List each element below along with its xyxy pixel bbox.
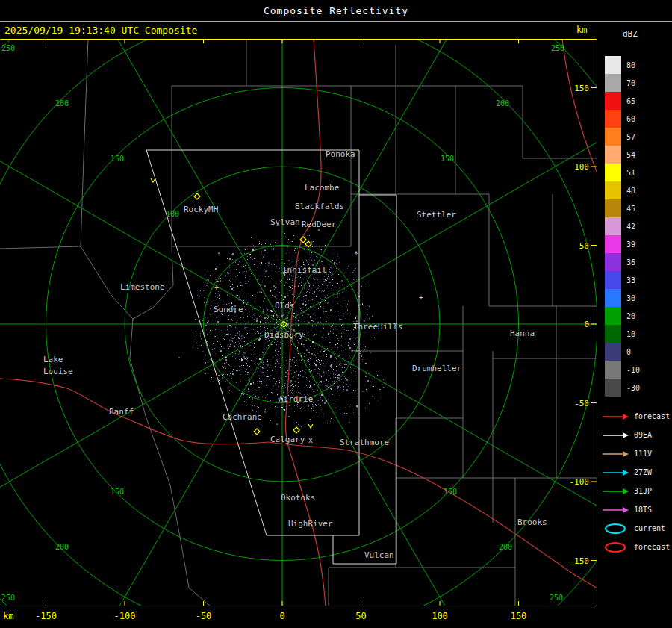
city-labels: PonokaLacombeBlackfaldsSylvanRedDeerRock… [43, 149, 547, 560]
x-axis-tick-label: -100 [114, 611, 136, 621]
city-label: Calgary [270, 435, 305, 444]
legend-item-label: 18TS [634, 506, 652, 514]
ring-distance-label: 150 [444, 488, 457, 496]
timestamp-label: 2025/09/19 19:13:40 UTC Composite [4, 25, 197, 36]
map-point-symbol: . [217, 247, 221, 255]
radar-map-display[interactable]: 250200150100250200150150200250150200250P… [0, 39, 597, 606]
x-axis: km -150-100-50050100150 [0, 606, 597, 628]
legend-item-label: forecast [634, 543, 670, 551]
colorbar-entry: -30 [605, 379, 640, 397]
city-label: Limestone [120, 282, 165, 292]
city-label: ThreeHills [353, 322, 402, 332]
colorbar-value-label: 42 [626, 223, 635, 231]
legend-arrow-icon [602, 485, 630, 497]
x-axis-tick-label: 100 [432, 611, 448, 621]
overlay-legend: forecast09EA111V27ZW31JP18TScurrentforec… [602, 407, 670, 556]
city-label: Sylvan [270, 217, 300, 227]
map-point-symbol: + [419, 293, 423, 302]
site-diamond-marker [194, 193, 200, 199]
colorbar-value-label: 33 [626, 276, 635, 285]
colorbar-entry: 33 [605, 271, 640, 289]
city-label: Innisfail [282, 265, 327, 275]
window-title: Composite_Reflectivity [264, 5, 408, 16]
colorbar-entry: 30 [605, 289, 640, 307]
colorbar-value-label: 80 [626, 61, 635, 69]
colorbar-swatch [605, 289, 621, 307]
legend-item: forecast [602, 538, 670, 556]
city-label: Cochrane [223, 412, 262, 422]
y-axis-tick-label: -150 [570, 556, 590, 566]
city-label: Blackfalds [295, 202, 344, 211]
site-arrow-marker [308, 424, 313, 428]
colorbar-value-label: 30 [626, 294, 635, 302]
colorbar-entry: 42 [605, 217, 640, 235]
colorbar-swatch [605, 128, 621, 146]
colorbar-entry: 45 [605, 199, 640, 217]
ring-distance-label: 150 [111, 488, 124, 496]
city-label: Okotoks [281, 493, 315, 503]
colorbar-swatch [605, 307, 621, 325]
dbz-colorbar: 807065605754514845423936333020100-10-30 [605, 56, 640, 397]
city-label: Olds [275, 301, 295, 311]
colorbar-value-label: 51 [626, 169, 635, 177]
site-arrow-marker [151, 178, 155, 182]
map-point-symbol: . [317, 224, 321, 232]
city-label: Airdrie [279, 394, 313, 404]
colorbar-swatch [605, 361, 621, 379]
x-axis-tick-label: 0 [279, 611, 284, 621]
city-label: Sundre [214, 305, 243, 314]
x-axis-tick-label: -50 [196, 611, 212, 621]
site-diamond-marker [254, 429, 260, 435]
grid-spoke [282, 39, 529, 324]
city-label: Stettler [417, 210, 456, 220]
colorbar-swatch [605, 325, 621, 343]
colorbar-title: dBZ [623, 29, 638, 39]
legend-item-label: forecast [634, 412, 670, 420]
map-point-symbol: + [214, 284, 219, 292]
radar-application-window: Composite_Reflectivity 2025/09/19 19:13:… [0, 0, 672, 628]
y-axis-tick-label: -100 [570, 477, 590, 487]
ring-distance-label: 250 [1, 44, 15, 52]
legend-item-label: 09EA [634, 431, 652, 439]
colorbar-entry: 65 [605, 92, 640, 110]
colorbar-swatch [605, 379, 621, 397]
legend-item: 27ZW [602, 463, 670, 482]
city-label: Louise [43, 367, 73, 376]
colorbar-entry: 20 [605, 307, 640, 325]
ring-distance-label: 150 [111, 155, 124, 163]
x-axis-unit-label: km [3, 611, 13, 621]
colorbar-entry: 54 [605, 146, 640, 164]
colorbar-value-label: 54 [626, 151, 635, 159]
y-axis-tick-label: 50 [579, 241, 589, 251]
colorbar-entry: -10 [605, 361, 640, 379]
highway-line [562, 39, 597, 173]
city-label: Hanna [510, 329, 535, 338]
colorbar-value-label: 70 [626, 79, 635, 87]
legend-item: 18TS [602, 500, 670, 519]
colorbar-swatch [605, 217, 621, 235]
colorbar-swatch [605, 146, 621, 164]
grid-spoke [282, 324, 529, 606]
boundary-line [0, 39, 88, 249]
map-point-symbol: x [308, 436, 313, 444]
map-point-symbol: * [354, 250, 358, 258]
city-label: Vulcan [364, 550, 394, 560]
colorbar-entry: 10 [605, 325, 640, 343]
map-point-symbol: . [177, 352, 181, 360]
legend-ellipse-icon [602, 523, 630, 535]
highway-line [269, 442, 597, 588]
ring-distance-label: 250 [551, 44, 564, 52]
legend-item-label: current [634, 524, 665, 532]
colorbar-value-label: 10 [626, 330, 635, 338]
legend-arrow-icon [602, 504, 630, 516]
city-label: Ponoka [326, 149, 355, 159]
y-axis-unit-label: km [576, 25, 587, 35]
city-label: Lacombe [305, 183, 339, 193]
ring-distance-label: 200 [55, 543, 69, 551]
colorbar-swatch [605, 181, 621, 199]
legend-item: forecast [602, 407, 670, 426]
highway-line [0, 379, 269, 444]
colorbar-swatch [605, 253, 621, 271]
colorbar-swatch [605, 235, 621, 253]
colorbar-swatch [605, 56, 621, 74]
